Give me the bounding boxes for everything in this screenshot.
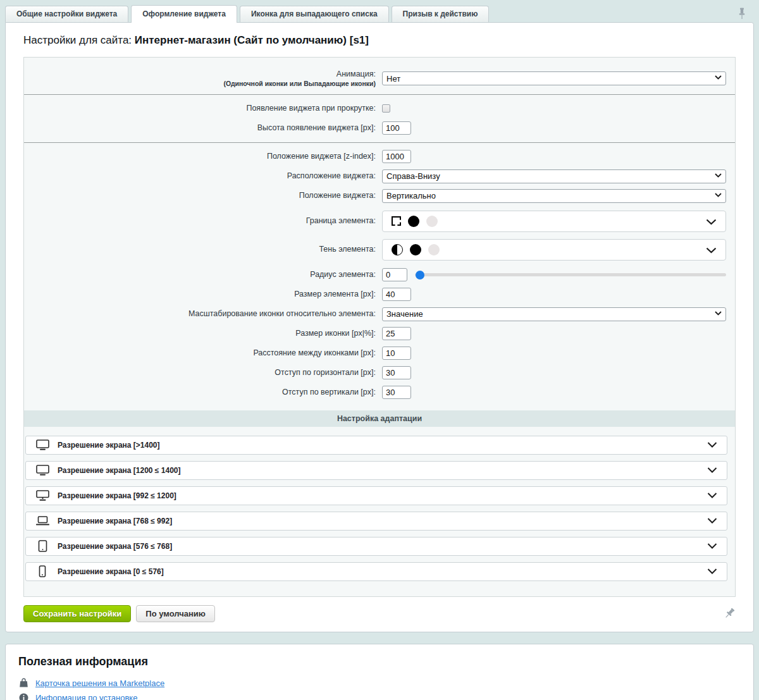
animation-select[interactable]: Нет xyxy=(382,71,726,85)
icon-scaling-row: Масштабирование иконки относительно элем… xyxy=(24,307,735,322)
icon-scaling-select[interactable]: Значение xyxy=(382,307,726,321)
element-border-row: Граница элемента: xyxy=(24,211,735,232)
marketplace-link[interactable]: Карточка решения на Marketplace xyxy=(35,679,164,688)
screen-resolution-label: Разрешение экрана [768 ≤ 992] xyxy=(58,517,707,525)
appear-height-label: Высота появление виджета [px]: xyxy=(24,123,382,133)
bag-icon xyxy=(18,678,29,688)
appear-height-input[interactable] xyxy=(382,121,411,135)
divider xyxy=(24,142,735,143)
offset-vertical-input[interactable] xyxy=(382,386,411,399)
screen-resolution-item[interactable]: Разрешение экрана [>1400] xyxy=(25,436,727,455)
tab-dropdown-icon[interactable]: Иконка для выпадающего списка xyxy=(240,6,389,22)
orientation-select[interactable]: Вертикально xyxy=(382,189,726,203)
divider xyxy=(24,94,735,95)
chevron-down-icon xyxy=(706,247,717,254)
pin-icon[interactable] xyxy=(720,606,737,622)
info-icon xyxy=(18,693,29,700)
element-radius-slider[interactable] xyxy=(415,273,726,276)
border-color-gray-swatch xyxy=(426,216,438,227)
offset-vertical-row: Отступ по вертикали [px]: xyxy=(24,385,735,400)
element-shadow-row: Тень элемента: xyxy=(24,239,735,261)
element-size-input[interactable] xyxy=(382,288,411,301)
chevron-down-icon xyxy=(707,493,717,498)
element-size-label: Размер элемента [px]: xyxy=(24,290,382,300)
screen-resolution-item[interactable]: Разрешение экрана [768 ≤ 992] xyxy=(25,512,727,531)
border-color-black-swatch xyxy=(408,216,419,227)
element-radius-input[interactable] xyxy=(382,268,407,281)
screen-resolution-label: Разрешение экрана [992 ≤ 1200] xyxy=(58,491,707,500)
icon-gap-label: Расстояние между иконками [px]: xyxy=(24,348,382,359)
element-border-dropdown[interactable] xyxy=(382,211,726,232)
default-settings-button[interactable]: По умолчанию xyxy=(136,605,215,622)
save-settings-button[interactable]: Сохранить настройки xyxy=(23,605,131,622)
monitor-icon xyxy=(35,465,49,476)
element-border-label: Граница элемента: xyxy=(24,216,382,226)
icon-size-row: Размер иконки [px|%]: xyxy=(24,326,735,341)
placement-row: Расположение виджета: Справа-Внизу xyxy=(24,169,735,184)
animation-sublabel: (Одиночной иконки или Выпадающие иконки) xyxy=(24,80,376,88)
orientation-row: Положение виджета: Вертикально xyxy=(24,188,735,204)
screen-resolution-item[interactable]: Разрешение экрана [1200 ≤ 1400] xyxy=(25,461,727,480)
chevron-down-icon xyxy=(706,219,717,225)
offset-horizontal-input[interactable] xyxy=(382,366,411,379)
placement-select[interactable]: Справа-Внизу xyxy=(382,169,726,183)
icon-scaling-label: Масштабирование иконки относительно элем… xyxy=(24,309,382,319)
screen-resolution-item[interactable]: Разрешение экрана [576 ≤ 768] xyxy=(25,537,727,556)
chevron-down-icon xyxy=(707,518,717,524)
screen-resolution-label: Разрешение экрана [0 ≤ 576] xyxy=(58,567,707,576)
shadow-style-icon xyxy=(392,244,403,255)
desktop-icon xyxy=(35,490,49,501)
shadow-color-gray-swatch xyxy=(428,244,440,255)
laptop-icon xyxy=(35,516,49,526)
animation-row: Анимация: (Одиночной иконки или Выпадающ… xyxy=(24,70,735,88)
screen-resolution-item[interactable]: Разрешение экрана [0 ≤ 576] xyxy=(25,562,727,581)
screen-resolution-label: Разрешение экрана [576 ≤ 768] xyxy=(58,542,707,551)
icon-size-label: Размер иконки [px|%]: xyxy=(24,329,382,339)
adaptation-section-header: Настройка адаптации xyxy=(24,410,735,427)
slider-handle[interactable] xyxy=(416,271,424,279)
offset-horizontal-label: Отступ по горизонтали [px]: xyxy=(24,368,382,378)
element-radius-label: Радиус элемента: xyxy=(24,270,382,280)
icon-gap-input[interactable] xyxy=(382,347,411,360)
form-actions: Сохранить настройки По умолчанию xyxy=(6,597,753,632)
z-index-row: Положение виджета [z-index]: xyxy=(24,149,735,164)
tab-bar: Общие настройки виджета Оформление видже… xyxy=(0,0,759,22)
settings-panel: Настройки для сайта: Интернет-магазин (С… xyxy=(5,22,754,632)
adaptation-accordion: Разрешение экрана [>1400] Разрешение экр… xyxy=(25,436,727,581)
offset-horizontal-row: Отступ по горизонтали [px]: xyxy=(24,365,735,381)
screen-resolution-label: Разрешение экрана [1200 ≤ 1400] xyxy=(58,466,707,475)
chevron-down-icon xyxy=(707,442,717,448)
chevron-down-icon xyxy=(707,467,717,473)
scroll-appear-label: Появление виджета при прокрутке: xyxy=(24,104,382,114)
animation-label: Анимация: (Одиночной иконки или Выпадающ… xyxy=(24,70,382,88)
footer-link-row: Карточка решения на Marketplace xyxy=(18,678,741,689)
icon-gap-row: Расстояние между иконками [px]: xyxy=(24,346,735,361)
chevron-down-icon xyxy=(707,568,717,574)
page-title-prefix: Настройки для сайта: xyxy=(23,34,135,46)
scroll-appear-checkbox[interactable] xyxy=(382,104,390,113)
tab-call-to-action[interactable]: Призыв к действию xyxy=(392,6,490,22)
useful-info-title: Полезная информация xyxy=(18,655,741,668)
appear-height-row: Высота появление виджета [px]: xyxy=(24,121,735,136)
footer-link-row: Информация по установке xyxy=(18,692,741,700)
useful-info-panel: Полезная информация Карточка решения на … xyxy=(5,644,754,700)
offset-vertical-label: Отступ по вертикали [px]: xyxy=(24,388,382,398)
monitor-icon xyxy=(35,439,49,450)
element-shadow-label: Тень элемента: xyxy=(24,245,382,255)
tablet-icon xyxy=(35,540,49,552)
tab-widget-appearance[interactable]: Оформление виджета xyxy=(131,5,237,23)
placement-label: Расположение виджета: xyxy=(24,171,382,181)
icon-size-input[interactable] xyxy=(382,327,411,340)
z-index-label: Положение виджета [z-index]: xyxy=(24,152,382,162)
tab-general-settings[interactable]: Общие настройки виджета xyxy=(5,6,128,22)
widget-appearance-form: Анимация: (Одиночной иконки или Выпадающ… xyxy=(23,57,736,597)
element-radius-row: Радиус элемента: xyxy=(24,267,735,283)
element-shadow-dropdown[interactable] xyxy=(382,239,726,261)
screen-resolution-item[interactable]: Разрешение экрана [992 ≤ 1200] xyxy=(25,486,727,505)
orientation-label: Положение виджета: xyxy=(24,191,382,201)
install-info-link[interactable]: Информация по установке xyxy=(35,693,137,700)
chevron-down-icon xyxy=(707,543,717,549)
z-index-input[interactable] xyxy=(382,150,411,163)
screen-resolution-label: Разрешение экрана [>1400] xyxy=(58,441,707,450)
page-title: Настройки для сайта: Интернет-магазин (С… xyxy=(23,34,741,47)
